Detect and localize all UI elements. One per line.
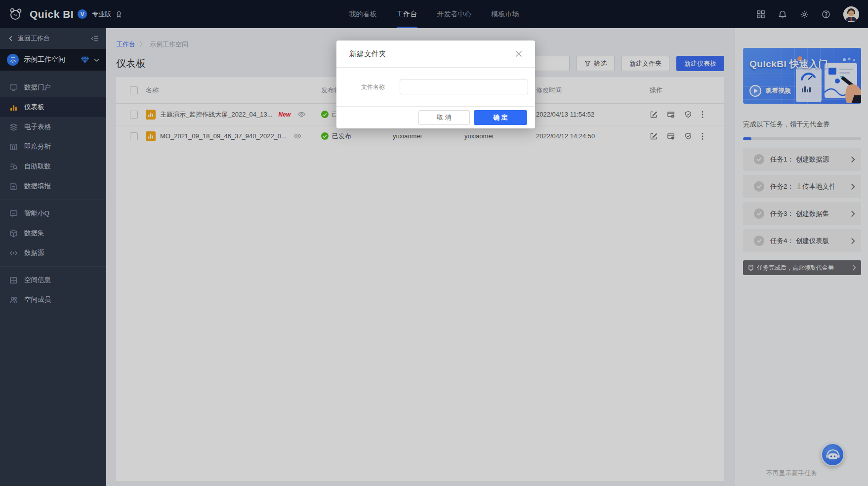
folder-name-label: 文件名称 — [361, 83, 389, 91]
dialog-title: 新建文件夹 — [349, 49, 386, 59]
close-icon[interactable] — [515, 50, 522, 57]
new-folder-dialog: 新建文件夹 文件名称 取 消 确 定 — [336, 40, 535, 128]
folder-name-input[interactable] — [400, 80, 528, 94]
confirm-button[interactable]: 确 定 — [474, 110, 527, 125]
quick-bi-app: Quick BI V 专业版 我的看板 工作台 开发者中心 模板市场 — [0, 0, 868, 486]
cancel-button[interactable]: 取 消 — [418, 110, 470, 125]
